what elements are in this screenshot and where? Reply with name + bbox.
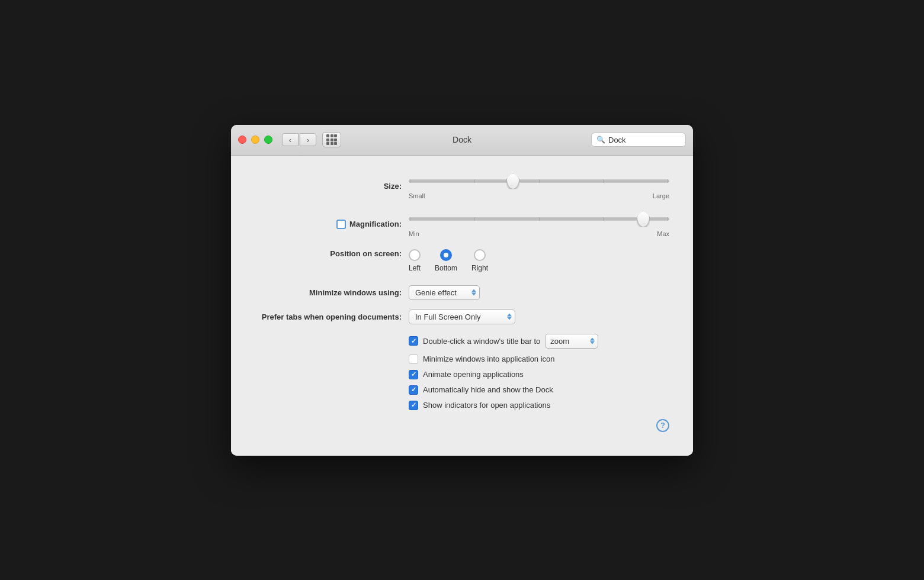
position-bottom-label: Bottom (435, 264, 457, 272)
preferences-window: ‹ › Dock 🔍 ✕ Size: (231, 125, 693, 456)
auto-hide-row: ✓ Automatically hide and show the Dock (409, 385, 669, 395)
position-row: Position on screen: Left Bottom Right (255, 249, 669, 272)
size-slider-thumb[interactable] (506, 173, 519, 189)
size-slider-container: Small Large (409, 173, 669, 199)
help-button[interactable]: ? (656, 419, 669, 432)
magnification-row: Magnification: (255, 211, 669, 237)
position-bottom-radio[interactable] (440, 249, 452, 261)
forward-button[interactable]: › (300, 133, 316, 146)
auto-hide-checkbox[interactable]: ✓ (409, 385, 418, 395)
magnification-min-label: Min (409, 230, 419, 237)
bottom-row: ? (255, 413, 669, 432)
position-left-label: Left (409, 264, 421, 272)
window-title: Dock (453, 135, 471, 144)
magnification-checkbox[interactable] (336, 220, 346, 229)
content-area: Size: (231, 156, 693, 456)
titlebar: ‹ › Dock 🔍 ✕ (231, 125, 693, 156)
checkmark-icon: ✓ (411, 370, 416, 378)
minimize-button[interactable] (251, 136, 259, 144)
magnification-slider-labels: Min Max (409, 230, 669, 237)
minimize-icon-row: Minimize windows into application icon (409, 355, 669, 364)
minimize-select-wrapper: Genie effect Scale effect (409, 285, 480, 300)
animate-row: ✓ Animate opening applications (409, 370, 669, 379)
prefer-tabs-select-wrapper: In Full Screen Only Always Manually (409, 310, 515, 324)
auto-hide-label: Automatically hide and show the Dock (423, 385, 553, 394)
prefer-tabs-label: Prefer tabs when opening documents: (255, 312, 409, 321)
size-slider-track[interactable] (409, 179, 669, 183)
grid-view-button[interactable] (322, 132, 341, 147)
size-label: Size: (255, 182, 409, 191)
double-click-label: Double-click a window's title bar to (423, 337, 540, 346)
position-right-label: Right (471, 264, 488, 272)
position-radio-group: Left Bottom Right (409, 249, 488, 272)
position-left-radio[interactable] (409, 249, 421, 261)
show-indicators-checkbox[interactable]: ✓ (409, 401, 418, 410)
magnification-max-label: Max (657, 230, 669, 237)
checkboxes-section: ✓ Double-click a window's title bar to z… (409, 334, 669, 410)
grid-icon (326, 134, 337, 145)
checkmark-icon: ✓ (411, 386, 416, 394)
maximize-button[interactable] (264, 136, 272, 144)
minimize-label: Minimize windows using: (255, 288, 409, 297)
position-right[interactable]: Right (471, 249, 488, 272)
magnification-slider-thumb[interactable] (637, 211, 650, 227)
search-input[interactable] (608, 136, 693, 144)
size-min-label: Small (409, 192, 425, 199)
double-click-row: ✓ Double-click a window's title bar to z… (409, 334, 669, 349)
minimize-icon-checkbox[interactable] (409, 355, 418, 364)
close-button[interactable] (238, 136, 246, 144)
traffic-lights (238, 136, 272, 144)
show-indicators-label: Show indicators for open applications (423, 401, 550, 410)
search-box[interactable]: 🔍 ✕ (591, 133, 686, 147)
nav-buttons: ‹ › (282, 133, 316, 146)
double-click-action-select[interactable]: zoom minimize (545, 334, 598, 349)
double-click-checkbox[interactable]: ✓ (409, 336, 418, 346)
magnification-slider-track[interactable] (409, 217, 669, 221)
search-icon: 🔍 (596, 136, 605, 144)
show-indicators-row: ✓ Show indicators for open applications (409, 401, 669, 410)
checkmark-icon: ✓ (411, 401, 416, 409)
size-slider-labels: Small Large (409, 192, 669, 199)
animate-label: Animate opening applications (423, 370, 524, 379)
size-max-label: Large (653, 192, 669, 199)
minimize-row: Minimize windows using: Genie effect Sca… (255, 285, 669, 300)
magnification-slider-container: Min Max (409, 211, 669, 237)
minimize-select[interactable]: Genie effect Scale effect (409, 285, 480, 300)
position-right-radio[interactable] (474, 249, 486, 261)
size-row: Size: (255, 173, 669, 199)
minimize-icon-label: Minimize windows into application icon (423, 355, 555, 363)
position-label: Position on screen: (255, 249, 409, 258)
back-button[interactable]: ‹ (282, 133, 299, 146)
magnification-label: Magnification: (349, 220, 402, 228)
position-left[interactable]: Left (409, 249, 421, 272)
prefer-tabs-row: Prefer tabs when opening documents: In F… (255, 310, 669, 324)
animate-checkbox[interactable]: ✓ (409, 370, 418, 379)
prefer-tabs-select[interactable]: In Full Screen Only Always Manually (409, 310, 515, 324)
double-click-action-wrapper: zoom minimize (545, 334, 598, 349)
radio-inner-dot (444, 253, 448, 257)
position-bottom[interactable]: Bottom (435, 249, 457, 272)
checkmark-icon: ✓ (411, 337, 416, 345)
